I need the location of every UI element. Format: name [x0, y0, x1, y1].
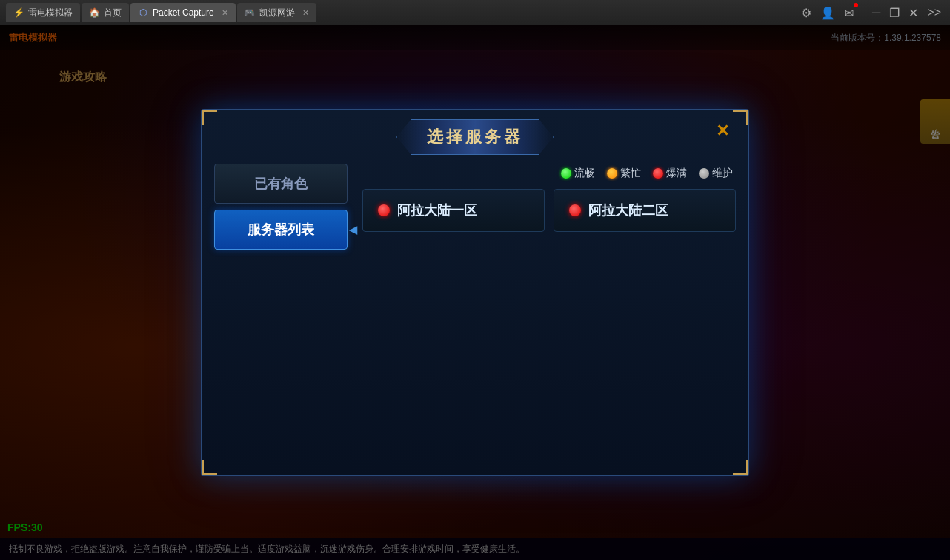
tab-packet-label: Packet Capture [153, 7, 214, 18]
restore-icon[interactable]: ❐ [886, 4, 903, 21]
server2-status-dot [569, 204, 581, 216]
tab-packet[interactable]: ⬡ Packet Capture ✕ [130, 3, 236, 22]
dialog-title-bar: 选择服务器 ✕ [202, 110, 748, 164]
divider [863, 5, 863, 20]
server-grid: 阿拉大陆一区 阿拉大陆二区 [362, 189, 736, 232]
busy-dot [607, 168, 617, 179]
maintenance-dot [699, 168, 709, 179]
game-icon: 🎮 [245, 7, 255, 18]
sidebar-server-list[interactable]: 服务器列表 [214, 210, 348, 250]
more-icon[interactable]: >> [924, 4, 944, 21]
status-busy: 繁忙 [607, 167, 641, 180]
dialog-overlay: 选择服务器 ✕ 已有角色 服务器列表 [0, 25, 950, 560]
server-item-1[interactable]: 阿拉大陆一区 [362, 189, 545, 232]
full-dot [653, 168, 663, 179]
dialog-close-button[interactable]: ✕ [709, 118, 736, 144]
server-item-2[interactable]: 阿拉大陆二区 [554, 189, 736, 232]
tab-game[interactable]: 🎮 凯源网游 ✕ [237, 3, 316, 22]
tab-bar: ⚡ 雷电模拟器 🏠 首页 ⬡ Packet Capture ✕ 🎮 凯源网游 ✕ [6, 3, 791, 22]
tab-thunder[interactable]: ⚡ 雷电模拟器 [6, 3, 80, 22]
tab-home[interactable]: 🏠 首页 [82, 3, 129, 22]
tab-home-label: 首页 [104, 7, 122, 19]
tab-packet-close[interactable]: ✕ [222, 8, 228, 18]
full-label: 爆满 [666, 167, 687, 180]
settings-icon[interactable]: ⚙ [798, 4, 814, 21]
smooth-dot [561, 168, 571, 179]
status-full: 爆满 [653, 167, 687, 180]
minimize-icon[interactable]: ─ [869, 4, 883, 21]
maintenance-label: 维护 [712, 167, 733, 180]
thunder-icon: ⚡ [13, 7, 24, 18]
server1-label: 阿拉大陆一区 [397, 201, 477, 219]
status-legend: 流畅 繁忙 爆满 维护 [362, 164, 736, 189]
window-close-icon[interactable]: ✕ [906, 4, 921, 21]
packet-icon: ⬡ [138, 7, 148, 18]
browser-chrome: ⚡ 雷电模拟器 🏠 首页 ⬡ Packet Capture ✕ 🎮 凯源网游 ✕… [0, 0, 950, 25]
server-dialog: 选择服务器 ✕ 已有角色 服务器列表 [201, 109, 749, 476]
corner-br [733, 460, 748, 475]
mail-icon[interactable]: ✉ [841, 4, 857, 21]
dialog-title-background: 选择服务器 [396, 119, 554, 155]
dialog-body: 已有角色 服务器列表 流畅 [202, 164, 748, 475]
status-maintenance: 维护 [699, 167, 733, 180]
smooth-label: 流畅 [574, 167, 595, 180]
home-icon: 🏠 [89, 7, 99, 18]
dialog-title: 选择服务器 [427, 127, 523, 146]
status-smooth: 流畅 [561, 167, 595, 180]
tab-game-close[interactable]: ✕ [302, 8, 309, 18]
busy-label: 繁忙 [620, 167, 641, 180]
window-controls: ⚙ 👤 ✉ ─ ❐ ✕ >> [798, 4, 944, 21]
dialog-content: 流畅 繁忙 爆满 维护 [355, 164, 736, 463]
dialog-sidebar: 已有角色 服务器列表 [214, 164, 355, 463]
game-area: 雷电模拟器 当前版本号：1.39.1.237578 游戏攻略 公告 选择服务器 … [0, 25, 950, 560]
tab-thunder-label: 雷电模拟器 [28, 7, 73, 19]
server1-status-dot [378, 204, 390, 216]
tab-game-label: 凯源网游 [259, 7, 295, 19]
sidebar-existing-characters[interactable]: 已有角色 [214, 164, 348, 204]
account-icon[interactable]: 👤 [817, 4, 838, 21]
corner-bl [202, 460, 217, 475]
server2-label: 阿拉大陆二区 [588, 201, 668, 219]
